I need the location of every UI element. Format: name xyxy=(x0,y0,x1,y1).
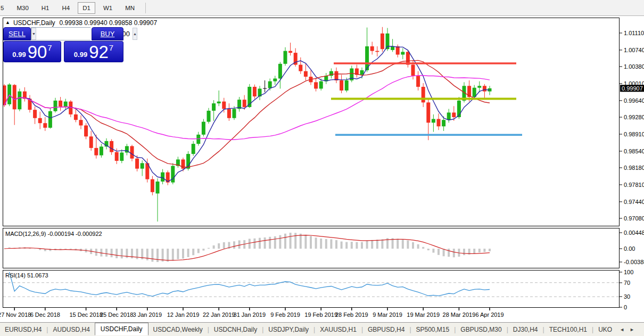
macd-histogram-bar xyxy=(202,249,204,251)
macd-histogram-bar xyxy=(412,242,414,249)
timeframe-toolbar: 5M30H1H4D1W1MN xyxy=(0,0,644,16)
macd-axis[interactable]: 0.0044870.00-0.003883 xyxy=(620,230,644,265)
macd-histogram-bar xyxy=(489,249,491,251)
macd-histogram-bar xyxy=(427,249,430,250)
macd-histogram-bar xyxy=(300,234,302,249)
macd-histogram-bar xyxy=(253,239,255,249)
macd-histogram-bar xyxy=(320,239,322,249)
timeframe-button-h4[interactable]: H4 xyxy=(57,2,75,14)
macd-histogram-bar xyxy=(172,249,174,260)
one-click-trade-panel: SELL ▼ ▲ BUY 0.99 90 7 0.99 92 7 xyxy=(3,27,123,62)
macd-histogram-bar xyxy=(182,249,184,259)
macd-histogram-bar xyxy=(407,241,409,249)
macd-histogram-bar xyxy=(34,249,36,249)
chart-tab-tech100-h1[interactable]: TECH100,H1 xyxy=(544,324,592,335)
macd-histogram-bar xyxy=(49,249,51,251)
volume-decrease-icon[interactable]: ▼ xyxy=(31,28,36,40)
bid-price-big-digits: 90 xyxy=(28,42,47,62)
macd-histogram-bar xyxy=(218,243,220,249)
macd-histogram-bar xyxy=(284,234,286,249)
svg-text:1.00380: 1.00380 xyxy=(624,63,644,70)
chart-title: ▲ USDCHF,Daily 0.99938 0.99940 0.99858 0… xyxy=(5,19,157,27)
svg-text:100: 100 xyxy=(624,269,633,275)
macd-histogram-bar xyxy=(376,240,378,249)
collapse-panel-icon[interactable]: ▲ xyxy=(5,20,10,25)
macd-histogram-bar xyxy=(187,249,189,257)
macd-histogram-bar xyxy=(381,239,383,249)
ask-price-button[interactable]: 0.99 92 7 xyxy=(64,41,123,62)
tab-scroll-left-icon[interactable]: ◄ xyxy=(617,327,627,332)
chart-tab-usdcad-weekly[interactable]: USDCAD,Weekly xyxy=(148,324,208,335)
svg-text:6 Dec 2018: 6 Dec 2018 xyxy=(30,312,60,318)
candle xyxy=(18,88,21,111)
macd-histogram-bar xyxy=(361,242,363,249)
svg-text:0.97810: 0.97810 xyxy=(624,182,644,188)
tab-scroll-right-icon[interactable]: ► xyxy=(627,327,637,332)
macd-histogram-bar xyxy=(274,236,276,249)
chart-tab-usdcnh-daily[interactable]: USDCNH,Daily xyxy=(209,324,262,335)
macd-histogram-bar xyxy=(397,239,399,249)
chart-tab-gbpusd-h4[interactable]: GBPUSD,H4 xyxy=(363,324,409,335)
macd-histogram-bar xyxy=(402,239,404,249)
buy-button[interactable]: BUY xyxy=(92,27,123,40)
price-axis[interactable]: 1.011101.007401.003801.000100.996400.992… xyxy=(620,30,644,222)
chart-tab-dj30-h4[interactable]: DJ30,H4 xyxy=(508,324,543,335)
chart-tab-usdchf-daily[interactable]: USDCHF,Daily xyxy=(95,323,148,335)
toolbar-separator xyxy=(145,3,146,13)
chart-tab-eurusd-h4[interactable]: EURUSD,H4 xyxy=(0,324,46,335)
svg-text:0.98910: 0.98910 xyxy=(624,131,644,137)
svg-text:0.98180: 0.98180 xyxy=(624,165,644,171)
macd-histogram-bar xyxy=(473,249,475,253)
svg-text:12 Jan 2019: 12 Jan 2019 xyxy=(167,312,200,318)
svg-text:3 Jan 2019: 3 Jan 2019 xyxy=(133,312,162,318)
macd-histogram-bar xyxy=(341,241,343,249)
macd-histogram-bar xyxy=(315,237,317,249)
chart-tab-audusd-h4[interactable]: AUDUSD,H4 xyxy=(48,324,94,335)
macd-histogram-bar xyxy=(177,249,179,259)
macd-histogram-bar xyxy=(111,249,113,257)
macd-histogram-bar xyxy=(269,237,271,249)
chart-tab-usdjpy-daily[interactable]: USDJPY,Daily xyxy=(263,324,313,335)
svg-text:0.97080: 0.97080 xyxy=(624,215,644,222)
svg-text:27 Nov 2018: 27 Nov 2018 xyxy=(0,312,31,318)
rsi-panel xyxy=(3,271,620,308)
svg-text:28 Mar 2019: 28 Mar 2019 xyxy=(443,312,476,318)
macd-histogram-bar xyxy=(264,237,266,249)
svg-text:0.98540: 0.98540 xyxy=(624,148,644,154)
macd-histogram-bar xyxy=(325,239,327,249)
chart-tab-sp500-m15[interactable]: SP500,M15 xyxy=(411,324,455,335)
svg-text:1.00740: 1.00740 xyxy=(624,47,644,53)
svg-text:19 Feb 2019: 19 Feb 2019 xyxy=(304,312,337,318)
timeframe-button-w1[interactable]: W1 xyxy=(98,2,117,14)
macd-histogram-bar xyxy=(192,249,194,255)
macd-histogram-bar xyxy=(437,249,440,255)
chart-tab-xauusd-h1[interactable]: XAUUSD,H1 xyxy=(315,324,361,335)
svg-text:15 Dec 2018: 15 Dec 2018 xyxy=(69,312,102,318)
chart-tab-gbpusd-m30[interactable]: GBPUSD,M30 xyxy=(456,324,506,335)
timeframe-button-m30[interactable]: M30 xyxy=(12,2,33,14)
macd-histogram-bar xyxy=(121,249,123,258)
macd-histogram-bar xyxy=(483,249,485,252)
timeframe-button-h1[interactable]: H1 xyxy=(37,2,54,14)
timeframe-button-5[interactable]: 5 xyxy=(0,2,9,14)
volume-increase-icon[interactable]: ▲ xyxy=(133,28,137,40)
svg-text:0: 0 xyxy=(624,304,627,310)
bid-price-button[interactable]: 0.99 90 7 xyxy=(3,41,61,62)
svg-text:0.00: 0.00 xyxy=(624,245,635,252)
sell-button[interactable]: SELL xyxy=(3,27,31,40)
svg-text:19 Mar 2019: 19 Mar 2019 xyxy=(407,312,440,318)
bid-price-pip-digit: 7 xyxy=(47,43,52,52)
timeframe-button-d1[interactable]: D1 xyxy=(78,2,95,14)
macd-histogram-bar xyxy=(335,240,337,249)
timeframe-button-mn[interactable]: MN xyxy=(120,2,139,14)
candle xyxy=(186,151,190,170)
macd-indicator-label: MACD(12,26,9) -0.000194 -0.000922 xyxy=(5,231,102,237)
svg-text:0.97440: 0.97440 xyxy=(624,199,644,205)
time-axis[interactable]: 27 Nov 20186 Dec 201815 Dec 201825 Dec 2… xyxy=(0,308,504,318)
macd-histogram-bar xyxy=(366,241,368,249)
macd-histogram-bar xyxy=(432,249,434,253)
macd-histogram-bar xyxy=(167,249,169,261)
chart-tab-uko[interactable]: UKO xyxy=(593,324,617,335)
rsi-axis[interactable]: 10070300 xyxy=(620,269,633,310)
macd-histogram-bar xyxy=(151,249,153,261)
